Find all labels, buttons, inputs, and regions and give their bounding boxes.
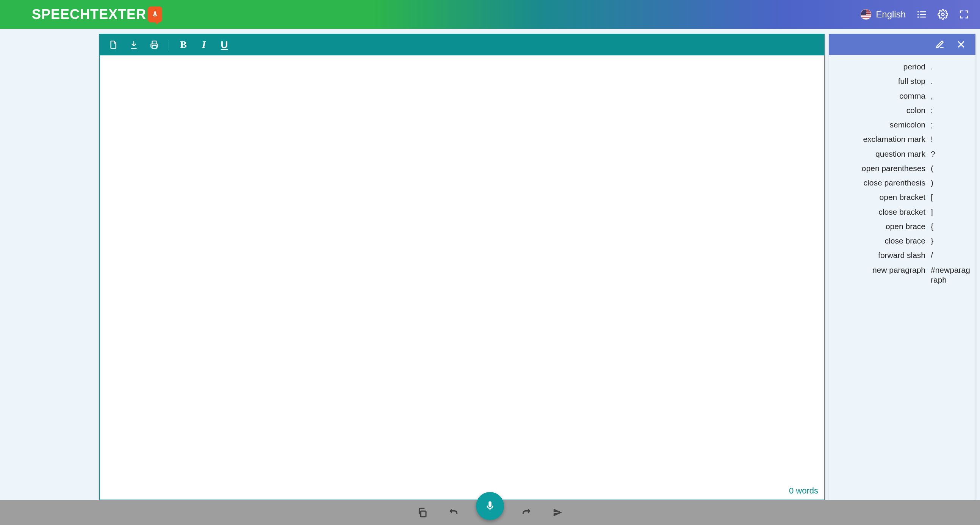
print-button[interactable] bbox=[146, 37, 162, 53]
svg-rect-1 bbox=[920, 11, 926, 12]
command-symbol: [ bbox=[931, 192, 971, 202]
command-name: open bracket bbox=[834, 192, 931, 202]
command-row[interactable]: semicolon; bbox=[829, 118, 975, 132]
command-name: period bbox=[834, 62, 931, 72]
bold-button[interactable]: B bbox=[175, 37, 192, 53]
svg-point-2 bbox=[918, 14, 919, 15]
command-symbol: ? bbox=[931, 149, 971, 159]
workspace: B I U 0 words period.full stop.comma,col… bbox=[0, 34, 980, 500]
undo-button[interactable] bbox=[445, 504, 461, 521]
command-symbol: { bbox=[931, 222, 971, 231]
underline-button[interactable]: U bbox=[216, 37, 233, 53]
command-row[interactable]: exclamation mark! bbox=[829, 132, 975, 147]
command-name: close brace bbox=[834, 236, 931, 246]
svg-rect-5 bbox=[920, 17, 926, 18]
command-name: comma bbox=[834, 91, 931, 101]
us-flag-icon bbox=[861, 9, 871, 20]
command-name: open brace bbox=[834, 222, 931, 231]
command-symbol: } bbox=[931, 236, 971, 246]
command-name: semicolon bbox=[834, 120, 931, 130]
bottom-toolbar bbox=[0, 500, 980, 525]
command-symbol: . bbox=[931, 76, 971, 86]
command-symbol: / bbox=[931, 251, 971, 260]
copy-button[interactable] bbox=[414, 504, 431, 521]
editor-panel: B I U 0 words bbox=[99, 34, 825, 500]
svg-rect-3 bbox=[920, 14, 926, 15]
svg-rect-7 bbox=[421, 511, 426, 517]
command-row[interactable]: full stop. bbox=[829, 74, 975, 88]
fullscreen-icon[interactable] bbox=[959, 9, 969, 20]
commands-sidebar: period.full stop.comma,colon:semicolon;e… bbox=[829, 34, 975, 500]
language-selector[interactable]: English bbox=[861, 9, 906, 20]
command-symbol: . bbox=[931, 62, 971, 72]
download-button[interactable] bbox=[126, 37, 142, 53]
command-row[interactable]: colon: bbox=[829, 103, 975, 118]
command-list[interactable]: period.full stop.comma,colon:semicolon;e… bbox=[829, 55, 975, 500]
svg-point-4 bbox=[918, 16, 919, 18]
command-row[interactable]: new paragraph#newparagraph bbox=[829, 263, 975, 287]
command-row[interactable]: period. bbox=[829, 59, 975, 74]
toolbar-divider bbox=[169, 40, 169, 50]
editor-toolbar: B I U bbox=[100, 34, 824, 55]
command-name: colon bbox=[834, 105, 931, 115]
command-name: full stop bbox=[834, 76, 931, 86]
editor-textarea[interactable] bbox=[100, 55, 824, 484]
redo-button[interactable] bbox=[519, 504, 535, 521]
command-symbol: ) bbox=[931, 178, 971, 188]
command-row[interactable]: open parentheses( bbox=[829, 161, 975, 176]
new-document-button[interactable] bbox=[105, 37, 122, 53]
header-controls: English bbox=[861, 9, 969, 20]
command-name: close parenthesis bbox=[834, 178, 931, 188]
command-symbol: #newparagraph bbox=[931, 265, 971, 285]
logo-text: SPEECHTEXTER bbox=[32, 6, 146, 22]
command-symbol: ( bbox=[931, 163, 971, 173]
command-row[interactable]: close parenthesis) bbox=[829, 176, 975, 190]
command-row[interactable]: open bracket[ bbox=[829, 190, 975, 204]
close-sidebar-button[interactable] bbox=[955, 38, 967, 51]
word-count: 0 words bbox=[100, 484, 824, 499]
command-symbol: : bbox=[931, 105, 971, 115]
command-symbol: ! bbox=[931, 134, 971, 144]
command-row[interactable]: comma, bbox=[829, 89, 975, 103]
command-row[interactable]: forward slash/ bbox=[829, 248, 975, 263]
command-row[interactable]: close brace} bbox=[829, 234, 975, 248]
command-name: exclamation mark bbox=[834, 134, 931, 144]
command-row[interactable]: close bracket] bbox=[829, 205, 975, 219]
svg-point-0 bbox=[918, 11, 919, 13]
send-button[interactable] bbox=[549, 504, 566, 521]
svg-point-6 bbox=[942, 13, 944, 16]
command-name: new paragraph bbox=[834, 265, 931, 275]
command-symbol: ; bbox=[931, 120, 971, 130]
settings-gear-icon[interactable] bbox=[937, 9, 948, 20]
command-symbol: ] bbox=[931, 207, 971, 217]
command-row[interactable]: open brace{ bbox=[829, 219, 975, 234]
app-logo[interactable]: SPEECHTEXTER bbox=[32, 6, 162, 22]
sidebar-toolbar bbox=[829, 34, 975, 55]
command-name: open parentheses bbox=[834, 163, 931, 173]
edit-commands-button[interactable] bbox=[934, 38, 946, 51]
command-row[interactable]: question mark? bbox=[829, 147, 975, 161]
italic-button[interactable]: I bbox=[196, 37, 212, 53]
command-name: close bracket bbox=[834, 207, 931, 217]
app-header: SPEECHTEXTER English bbox=[0, 0, 980, 29]
command-symbol: , bbox=[931, 91, 971, 101]
language-label: English bbox=[876, 9, 906, 20]
mic-logo-icon bbox=[148, 6, 162, 22]
list-icon[interactable] bbox=[916, 9, 927, 20]
command-name: question mark bbox=[834, 149, 931, 159]
command-name: forward slash bbox=[834, 251, 931, 260]
record-mic-button[interactable] bbox=[476, 492, 504, 520]
